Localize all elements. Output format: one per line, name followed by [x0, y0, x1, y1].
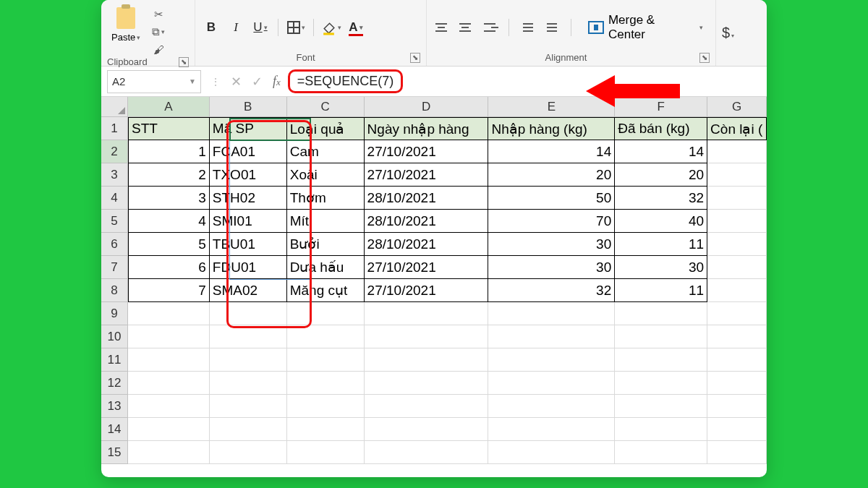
cell[interactable] — [210, 418, 287, 441]
cell[interactable] — [128, 418, 210, 441]
formula-more-icon[interactable]: ⋮ — [210, 76, 221, 87]
fill-color-button[interactable]: ▾ — [321, 17, 341, 38]
spreadsheet-grid[interactable]: A B C D E F G 1 STT Mã SP Loại quả Ngày … — [101, 97, 767, 464]
increase-indent-button[interactable] — [544, 20, 561, 35]
cancel-formula-button[interactable]: ✕ — [231, 74, 242, 90]
cell[interactable] — [488, 348, 615, 372]
cell[interactable] — [488, 441, 615, 464]
row-header[interactable]: 2 — [101, 140, 128, 163]
chevron-down-icon[interactable]: ▾ — [699, 24, 703, 31]
cell[interactable]: 20 — [615, 163, 707, 187]
cell[interactable] — [128, 325, 210, 348]
cell[interactable]: 27/10/2021 — [365, 256, 489, 279]
cell[interactable] — [365, 325, 489, 348]
cell[interactable]: 11 — [615, 233, 707, 256]
cell[interactable] — [488, 302, 615, 325]
cell[interactable]: Ngày nhập hàng — [365, 117, 489, 140]
cell[interactable]: Mít — [287, 210, 365, 233]
cell[interactable] — [210, 372, 287, 395]
row-header[interactable]: 13 — [101, 395, 128, 418]
row-header[interactable]: 1 — [101, 117, 128, 140]
cell[interactable] — [707, 279, 767, 302]
enter-formula-button[interactable]: ✓ — [252, 74, 263, 90]
cell[interactable]: TXO01 — [210, 163, 287, 187]
cell[interactable] — [707, 140, 767, 163]
cell[interactable]: Xoài — [287, 163, 365, 187]
cell[interactable] — [365, 441, 489, 464]
cell[interactable] — [365, 395, 489, 418]
cell[interactable]: STH02 — [210, 187, 287, 210]
cell[interactable]: SMI01 — [210, 210, 287, 233]
format-painter-button[interactable]: 🖌 — [150, 42, 166, 56]
cell[interactable]: STT — [128, 117, 210, 140]
row-header[interactable]: 7 — [101, 256, 128, 279]
cell[interactable] — [707, 395, 767, 418]
cell[interactable]: 3 — [128, 187, 210, 210]
cell[interactable]: 70 — [488, 210, 615, 233]
cell[interactable] — [210, 302, 287, 325]
dialog-launcher-icon[interactable]: ⬊ — [410, 53, 420, 63]
cell[interactable] — [488, 395, 615, 418]
cell[interactable] — [128, 372, 210, 395]
cell[interactable] — [707, 163, 767, 187]
row-header[interactable]: 15 — [101, 441, 128, 464]
cell[interactable] — [210, 348, 287, 372]
column-header[interactable]: F — [615, 97, 707, 117]
chevron-down-icon[interactable]: ▾ — [137, 34, 140, 41]
cell[interactable] — [707, 348, 767, 372]
cell[interactable]: 30 — [615, 256, 707, 279]
cell[interactable]: 30 — [488, 256, 615, 279]
row-header[interactable]: 14 — [101, 418, 128, 441]
cell[interactable] — [707, 210, 767, 233]
cell[interactable]: 32 — [615, 187, 707, 210]
row-header[interactable]: 3 — [101, 163, 128, 187]
cell[interactable]: 28/10/2021 — [365, 210, 489, 233]
align-right-button[interactable] — [481, 20, 498, 35]
cell[interactable] — [210, 441, 287, 464]
cell[interactable] — [707, 418, 767, 441]
cell[interactable]: Đã bán (kg) — [615, 117, 707, 140]
paste-button[interactable]: Paste▾ — [107, 3, 145, 43]
borders-button[interactable]: ▾ — [286, 17, 306, 38]
cell[interactable] — [615, 441, 707, 464]
cell[interactable] — [707, 325, 767, 348]
italic-button[interactable]: I — [226, 17, 246, 38]
cell[interactable]: 20 — [488, 163, 615, 187]
dialog-launcher-icon[interactable]: ⬊ — [699, 53, 710, 63]
copy-button[interactable]: ⧉▾ — [150, 25, 166, 39]
cell[interactable] — [615, 372, 707, 395]
row-header[interactable]: 12 — [101, 372, 128, 395]
cell[interactable]: 7 — [128, 279, 210, 302]
formula-input[interactable]: =SEQUENCE(7) — [288, 69, 404, 93]
cell[interactable]: 1 — [128, 140, 210, 163]
cell[interactable] — [128, 302, 210, 325]
cell[interactable]: FDU01 — [210, 256, 287, 279]
cell[interactable] — [615, 348, 707, 372]
cell[interactable]: SMA02 — [210, 279, 287, 302]
cell[interactable]: 27/10/2021 — [365, 140, 489, 163]
align-left-button[interactable] — [433, 20, 450, 35]
column-header[interactable]: G — [707, 97, 767, 117]
cell[interactable]: 30 — [488, 233, 615, 256]
fx-icon[interactable]: fx — [273, 74, 281, 89]
dialog-launcher-icon[interactable]: ⬊ — [179, 57, 189, 67]
align-center-button[interactable] — [457, 20, 475, 35]
cell[interactable]: 32 — [488, 279, 615, 302]
underline-button[interactable]: U▾ — [250, 17, 271, 38]
cell[interactable]: TBU01 — [210, 233, 287, 256]
cell[interactable]: 27/10/2021 — [365, 163, 489, 187]
column-header[interactable]: E — [488, 97, 615, 117]
column-header[interactable]: A — [128, 97, 210, 117]
cell[interactable] — [128, 441, 210, 464]
cell[interactable] — [707, 233, 767, 256]
column-header[interactable]: C — [287, 97, 365, 117]
cell[interactable] — [287, 441, 365, 464]
cut-button[interactable]: ✂ — [150, 7, 166, 22]
cell[interactable] — [365, 302, 489, 325]
cell[interactable] — [128, 348, 210, 372]
cell[interactable]: Măng cụt — [287, 279, 365, 302]
cell[interactable] — [287, 372, 365, 395]
cell[interactable] — [365, 372, 489, 395]
cell[interactable]: 14 — [488, 140, 615, 163]
cell[interactable] — [128, 395, 210, 418]
